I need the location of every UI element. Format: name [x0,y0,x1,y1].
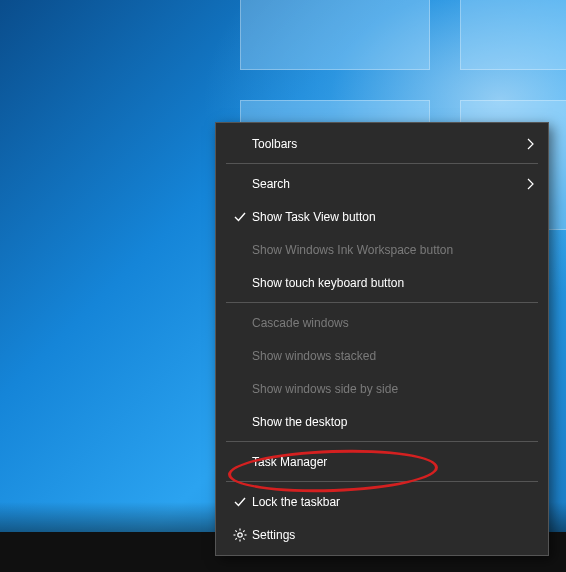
menu-label: Cascade windows [252,316,534,330]
menu-label: Toolbars [252,137,518,151]
menu-item-settings[interactable]: Settings [218,518,546,551]
menu-label: Settings [252,528,534,542]
desktop-background: Toolbars Search Show Task View button Sh… [0,0,566,572]
menu-label: Show touch keyboard button [252,276,534,290]
menu-label: Task Manager [252,455,534,469]
taskbar-context-menu: Toolbars Search Show Task View button Sh… [215,122,549,556]
svg-line-5 [235,530,236,531]
menu-item-show-ink-workspace: Show Windows Ink Workspace button [218,233,546,266]
menu-label: Show windows stacked [252,349,534,363]
menu-item-show-desktop[interactable]: Show the desktop [218,405,546,438]
menu-item-lock-taskbar[interactable]: Lock the taskbar [218,485,546,518]
menu-item-cascade-windows: Cascade windows [218,306,546,339]
menu-item-show-touch-keyboard[interactable]: Show touch keyboard button [218,266,546,299]
menu-item-show-stacked: Show windows stacked [218,339,546,372]
menu-label: Show windows side by side [252,382,534,396]
menu-item-toolbars[interactable]: Toolbars [218,127,546,160]
svg-line-6 [243,538,244,539]
menu-separator [226,481,538,482]
svg-point-0 [238,532,242,536]
menu-label: Search [252,177,518,191]
menu-label: Show Windows Ink Workspace button [252,243,534,257]
svg-line-8 [243,530,244,531]
checkmark-icon [228,495,252,509]
menu-item-show-task-view[interactable]: Show Task View button [218,200,546,233]
menu-label: Lock the taskbar [252,495,534,509]
menu-item-task-manager[interactable]: Task Manager [218,445,546,478]
menu-item-side-by-side: Show windows side by side [218,372,546,405]
menu-separator [226,441,538,442]
menu-label: Show the desktop [252,415,534,429]
menu-separator [226,302,538,303]
chevron-right-icon [518,138,534,150]
checkmark-icon [228,210,252,224]
menu-item-search[interactable]: Search [218,167,546,200]
menu-separator [226,163,538,164]
chevron-right-icon [518,178,534,190]
svg-line-7 [235,538,236,539]
gear-icon [228,528,252,542]
menu-label: Show Task View button [252,210,534,224]
